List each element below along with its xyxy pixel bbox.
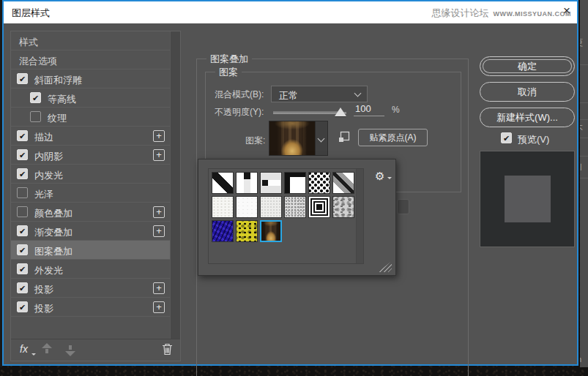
add-effect-icon[interactable]: + bbox=[153, 225, 165, 237]
add-effect-icon[interactable]: + bbox=[153, 149, 165, 161]
background-glyph: 引 bbox=[580, 162, 588, 173]
snap-to-origin-button[interactable]: 贴紧原点(A) bbox=[358, 129, 428, 146]
sidebar-item-label: 投影 bbox=[34, 302, 53, 315]
pattern-picker-toggle[interactable] bbox=[316, 121, 328, 156]
style-sidebar: 样式混合选项✔斜面和浮雕✔等高线纹理✔描边+✔内阴影+✔内发光光泽颜色叠加+✔渐… bbox=[10, 31, 181, 361]
move-effect-up-icon[interactable] bbox=[42, 344, 52, 356]
opacity-unit: % bbox=[392, 105, 400, 115]
checkbox-unchecked-icon[interactable] bbox=[17, 206, 28, 217]
pattern-swatch-noise-gray[interactable] bbox=[284, 196, 306, 218]
obscured-control-fragment bbox=[397, 199, 409, 214]
pattern-swatch-photo[interactable] bbox=[260, 220, 282, 242]
sidebar-item-投影[interactable]: ✔投影+ bbox=[11, 298, 171, 317]
background-glyph: 不 bbox=[580, 124, 588, 135]
sidebar-item-label: 样式 bbox=[19, 36, 38, 49]
opacity-slider-fill bbox=[273, 111, 340, 114]
close-icon[interactable]: × bbox=[563, 4, 570, 18]
pattern-swatch-dot-grid[interactable] bbox=[308, 172, 330, 194]
checkbox-checked-icon[interactable]: ✔ bbox=[17, 168, 28, 179]
move-effect-down-icon[interactable] bbox=[65, 344, 75, 356]
add-effect-icon[interactable]: + bbox=[153, 301, 165, 313]
pattern-swatch-grid bbox=[209, 169, 357, 263]
checkbox-checked-icon[interactable]: ✔ bbox=[17, 263, 28, 274]
opacity-value-field[interactable]: 100 bbox=[354, 103, 384, 116]
gear-icon[interactable]: ⚙ bbox=[375, 170, 384, 182]
preview-checkbox[interactable]: ✔ bbox=[501, 132, 512, 143]
checkbox-unchecked-icon[interactable] bbox=[17, 187, 28, 198]
sidebar-item-label: 渐变叠加 bbox=[34, 226, 72, 239]
pattern-swatch-diagonal-line[interactable] bbox=[212, 172, 234, 194]
checkbox-checked-icon[interactable]: ✔ bbox=[17, 244, 28, 255]
opacity-label: 不透明度(Y): bbox=[215, 106, 264, 119]
add-effect-icon[interactable]: + bbox=[153, 206, 165, 218]
checkbox-unchecked-icon[interactable] bbox=[30, 111, 41, 122]
blend-mode-label: 混合模式(B): bbox=[215, 89, 264, 101]
titlebar: 图层样式 思缘设计论坛WWW.MISSYUAN.COM × bbox=[4, 1, 577, 23]
background-glyph: m bbox=[580, 355, 588, 365]
checkbox-checked-icon[interactable]: ✔ bbox=[17, 301, 28, 312]
sidebar-item-光泽[interactable]: 光泽 bbox=[11, 184, 171, 203]
add-effect-icon[interactable]: + bbox=[153, 130, 165, 142]
fx-menu-button[interactable]: fx bbox=[20, 343, 28, 355]
pattern-swatch-concentric-squares[interactable] bbox=[308, 196, 330, 218]
sidebar-item-外发光[interactable]: ✔外发光 bbox=[11, 260, 171, 279]
sidebar-item-斜面和浮雕[interactable]: ✔斜面和浮雕 bbox=[11, 69, 171, 89]
checkbox-checked-icon[interactable]: ✔ bbox=[17, 282, 28, 293]
checkbox-checked-icon[interactable]: ✔ bbox=[30, 92, 41, 103]
checkbox-checked-icon[interactable]: ✔ bbox=[17, 149, 28, 160]
sidebar-item-label: 描边 bbox=[34, 131, 53, 144]
screen: { "titlebar": { "title": "图层样式", "brand"… bbox=[0, 0, 588, 376]
delete-effect-icon[interactable] bbox=[162, 343, 173, 358]
sidebar-item-样式[interactable]: 样式 bbox=[11, 31, 171, 50]
sidebar-item-颜色叠加[interactable]: 颜色叠加+ bbox=[11, 203, 171, 222]
gear-caret-icon bbox=[387, 177, 392, 181]
checkbox-checked-icon[interactable]: ✔ bbox=[17, 225, 28, 236]
checkbox-checked-icon[interactable]: ✔ bbox=[17, 130, 28, 141]
sidebar-item-label: 内发光 bbox=[34, 169, 63, 182]
sidebar-item-描边[interactable]: ✔描边+ bbox=[11, 127, 171, 146]
pattern-swatch-noise-light[interactable] bbox=[260, 196, 282, 218]
sidebar-item-等高线[interactable]: ✔等高线 bbox=[11, 89, 171, 108]
popup-scrollbar[interactable] bbox=[356, 169, 363, 263]
new-style-button[interactable]: 新建样式(W)... bbox=[480, 108, 575, 127]
pattern-swatch-noise-faint[interactable] bbox=[212, 196, 234, 218]
pattern-swatch-horizontal-dash[interactable] bbox=[260, 172, 282, 194]
sidebar-item-混合选项[interactable]: 混合选项 bbox=[11, 50, 171, 69]
sidebar-item-投影[interactable]: ✔投影+ bbox=[11, 279, 171, 298]
sidebar-item-label: 外发光 bbox=[34, 264, 63, 277]
sidebar-scrollbar[interactable] bbox=[170, 31, 180, 339]
pattern-picker-popup: ⚙ bbox=[198, 159, 396, 276]
sidebar-item-label: 光泽 bbox=[34, 188, 53, 201]
add-effect-icon[interactable]: + bbox=[153, 282, 165, 294]
watermark-brand: 思缘设计论坛 bbox=[432, 7, 489, 18]
pattern-swatch-vertical-line[interactable] bbox=[236, 172, 258, 194]
snap-origin-icon[interactable] bbox=[338, 130, 351, 143]
watermark: 思缘设计论坛WWW.MISSYUAN.COM bbox=[432, 1, 572, 23]
pattern-swatch-corner-frame[interactable] bbox=[284, 172, 306, 194]
sidebar-item-渐变叠加[interactable]: ✔渐变叠加+ bbox=[11, 222, 171, 241]
sidebar-item-纹理[interactable]: 纹理 bbox=[11, 108, 171, 127]
pattern-swatch-noise-soft[interactable] bbox=[236, 196, 258, 218]
opacity-slider-thumb[interactable] bbox=[335, 108, 346, 116]
resize-gripper[interactable] bbox=[378, 261, 392, 272]
pattern-swatch-gray-blobs[interactable] bbox=[332, 196, 354, 218]
pattern-thumbnail[interactable] bbox=[269, 121, 316, 156]
pattern-swatch-blue-texture[interactable] bbox=[212, 220, 234, 242]
background-glyph: 更 bbox=[580, 38, 588, 48]
pattern-swatch-diagonal-band[interactable] bbox=[332, 172, 354, 194]
sidebar-item-label: 颜色叠加 bbox=[34, 207, 72, 220]
dialog-title: 图层样式 bbox=[12, 7, 50, 20]
ok-button[interactable]: 确定 bbox=[480, 56, 575, 76]
preview-label: 预览(V) bbox=[518, 133, 549, 146]
sidebar-item-内阴影[interactable]: ✔内阴影+ bbox=[11, 146, 171, 165]
style-preview-square bbox=[505, 176, 551, 222]
sidebar-item-label: 投影 bbox=[34, 283, 53, 296]
sidebar-item-图案叠加[interactable]: ✔图案叠加 bbox=[11, 241, 171, 260]
sidebar-item-内发光[interactable]: ✔内发光 bbox=[11, 165, 171, 184]
pattern-swatch-yellow-speckle[interactable] bbox=[236, 220, 258, 242]
pattern-swatch-list bbox=[208, 168, 364, 264]
blend-mode-select[interactable]: 正常 bbox=[271, 86, 368, 102]
checkbox-checked-icon[interactable]: ✔ bbox=[17, 73, 28, 84]
cancel-button[interactable]: 取消 bbox=[480, 82, 575, 102]
sidebar-item-label: 内阴影 bbox=[34, 150, 63, 163]
